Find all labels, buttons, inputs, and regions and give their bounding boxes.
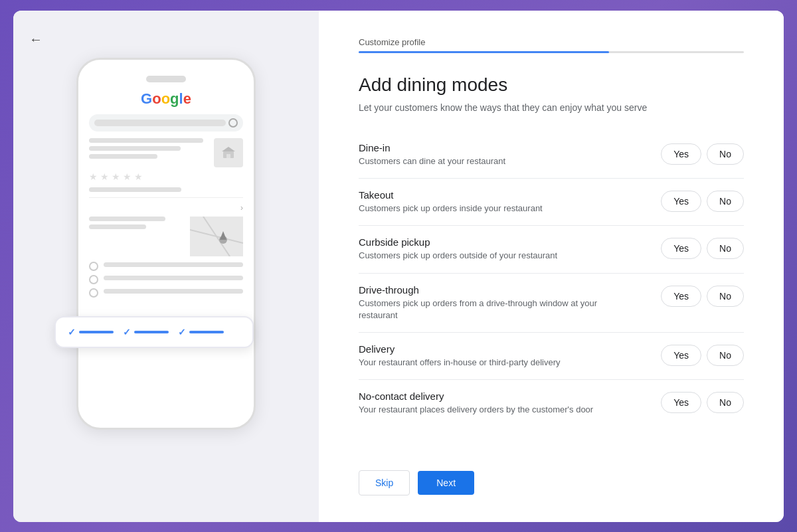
- star-1: ★: [89, 171, 98, 182]
- mode-name-takeout: Takeout: [359, 189, 661, 201]
- phone-map-thumbnail: [190, 217, 243, 256]
- dining-mode-row-delivery: Delivery Your restaurant offers in-house…: [359, 333, 744, 380]
- dining-mode-row-curbside: Curbside pickup Customers pick up orders…: [359, 226, 744, 273]
- phone-line: [104, 276, 243, 280]
- no-contact-yes-button[interactable]: Yes: [661, 392, 701, 413]
- mode-buttons-dine-in: Yes No: [661, 143, 744, 165]
- phone-icon-row-2: [89, 275, 243, 284]
- mode-buttons-curbside: Yes No: [661, 238, 744, 259]
- mode-buttons-drive-through: Yes No: [661, 286, 744, 307]
- progress-bar-fill: [359, 51, 609, 53]
- mode-desc-no-contact: Your restaurant places delivery orders b…: [359, 404, 638, 416]
- phone-arrow-icon: ›: [240, 203, 243, 213]
- phone-notch: [146, 76, 186, 82]
- phone-line: [89, 154, 157, 159]
- back-button[interactable]: ←: [29, 32, 43, 47]
- mode-buttons-takeout: Yes No: [661, 191, 744, 212]
- google-letter-o1: o: [152, 90, 161, 107]
- phone-line: [89, 217, 165, 221]
- check-line-2: [134, 331, 169, 333]
- mode-text-delivery: Delivery Your restaurant offers in-house…: [359, 343, 661, 369]
- checkmark-icon-3: ✓: [178, 327, 186, 337]
- curbside-yes-button[interactable]: Yes: [661, 238, 701, 259]
- checkmark-icon-1: ✓: [68, 327, 76, 337]
- check-item-2: ✓: [123, 327, 169, 337]
- star-5: ★: [134, 171, 143, 182]
- phone-map-row: [89, 217, 243, 256]
- phone-search-inner: [94, 120, 226, 126]
- google-letter-e: e: [183, 90, 191, 107]
- phone-arrow-row: ›: [89, 203, 243, 213]
- phone-lines: ★ ★ ★ ★ ★: [89, 138, 243, 192]
- progress-section: Customize profile: [359, 37, 744, 53]
- takeout-no-button[interactable]: No: [707, 191, 744, 212]
- delivery-no-button[interactable]: No: [707, 345, 744, 366]
- phone-line: [89, 224, 146, 229]
- page-subtitle: Let your customers know the ways that th…: [359, 102, 744, 113]
- delivery-yes-button[interactable]: Yes: [661, 345, 701, 366]
- mode-text-curbside: Curbside pickup Customers pick up orders…: [359, 236, 661, 262]
- google-letter-g2: g: [170, 90, 179, 107]
- phone-line: [89, 146, 181, 151]
- page-title: Add dining modes: [359, 74, 744, 96]
- dine-in-no-button[interactable]: No: [707, 143, 744, 165]
- phone-map-left: [89, 217, 185, 256]
- phone-icon-row-3: [89, 288, 243, 298]
- mode-buttons-no-contact: Yes No: [661, 392, 744, 413]
- dining-mode-row-takeout: Takeout Customers pick up orders inside …: [359, 179, 744, 226]
- google-letter-g: G: [141, 90, 152, 107]
- mode-name-drive-through: Drive-through: [359, 284, 661, 296]
- phone-icon-location: [89, 262, 98, 271]
- dining-mode-row-dine-in: Dine-in Customers can dine at your resta…: [359, 132, 744, 179]
- phone-search-bar: [89, 114, 243, 132]
- progress-bar-track: [359, 51, 744, 53]
- star-4: ★: [123, 171, 132, 182]
- svg-marker-1: [222, 147, 235, 151]
- mode-desc-curbside: Customers pick up orders outside of your…: [359, 250, 638, 262]
- check-item-3: ✓: [178, 327, 224, 337]
- mode-desc-drive-through: Customers pick up orders from a drive-th…: [359, 298, 638, 321]
- curbside-no-button[interactable]: No: [707, 238, 744, 259]
- phone-search-icon: [228, 118, 238, 128]
- mode-desc-dine-in: Customers can dine at your restaurant: [359, 155, 638, 167]
- phone-check-card: ✓ ✓ ✓: [54, 316, 254, 348]
- mode-name-delivery: Delivery: [359, 343, 661, 355]
- next-button[interactable]: Next: [418, 471, 474, 495]
- drive-through-yes-button[interactable]: Yes: [661, 286, 701, 307]
- dining-mode-row-drive-through: Drive-through Customers pick up orders f…: [359, 274, 744, 333]
- phone-bottom-section: ›: [89, 203, 243, 298]
- dining-modes-list: Dine-in Customers can dine at your resta…: [359, 132, 744, 449]
- takeout-yes-button[interactable]: Yes: [661, 191, 701, 212]
- mode-name-no-contact: No-contact delivery: [359, 391, 661, 402]
- dining-mode-row-no-contact: No-contact delivery Your restaurant plac…: [359, 380, 744, 426]
- google-letter-o2: o: [161, 90, 170, 107]
- mode-text-no-contact: No-contact delivery Your restaurant plac…: [359, 391, 661, 416]
- left-panel: ← Google: [13, 11, 319, 522]
- main-card: ← Google: [13, 11, 784, 522]
- mode-name-dine-in: Dine-in: [359, 142, 661, 153]
- check-item-1: ✓: [68, 327, 114, 337]
- phone-line: [104, 262, 243, 267]
- no-contact-no-button[interactable]: No: [707, 392, 744, 413]
- phone-line: [89, 187, 181, 192]
- phone-divider: [89, 197, 243, 198]
- phone-icon-row-1: [89, 262, 243, 271]
- google-logo: Google: [89, 90, 243, 108]
- mode-text-drive-through: Drive-through Customers pick up orders f…: [359, 284, 661, 321]
- mode-desc-takeout: Customers pick up orders inside your res…: [359, 203, 638, 215]
- mode-text-dine-in: Dine-in Customers can dine at your resta…: [359, 142, 661, 167]
- right-panel: Customize profile Add dining modes Let y…: [319, 11, 784, 522]
- skip-button[interactable]: Skip: [359, 470, 410, 495]
- mode-desc-delivery: Your restaurant offers in-house or third…: [359, 357, 638, 369]
- mode-name-curbside: Curbside pickup: [359, 236, 661, 248]
- check-line-1: [79, 331, 114, 333]
- drive-through-no-button[interactable]: No: [707, 286, 744, 307]
- svg-rect-2: [226, 154, 230, 158]
- phone-icon-globe: [89, 288, 98, 298]
- phone-line: [89, 138, 203, 143]
- phone-mockup: Google: [76, 58, 256, 430]
- footer-buttons: Skip Next: [359, 470, 744, 495]
- dine-in-yes-button[interactable]: Yes: [661, 143, 701, 165]
- star-2: ★: [100, 171, 109, 182]
- mode-text-takeout: Takeout Customers pick up orders inside …: [359, 189, 661, 215]
